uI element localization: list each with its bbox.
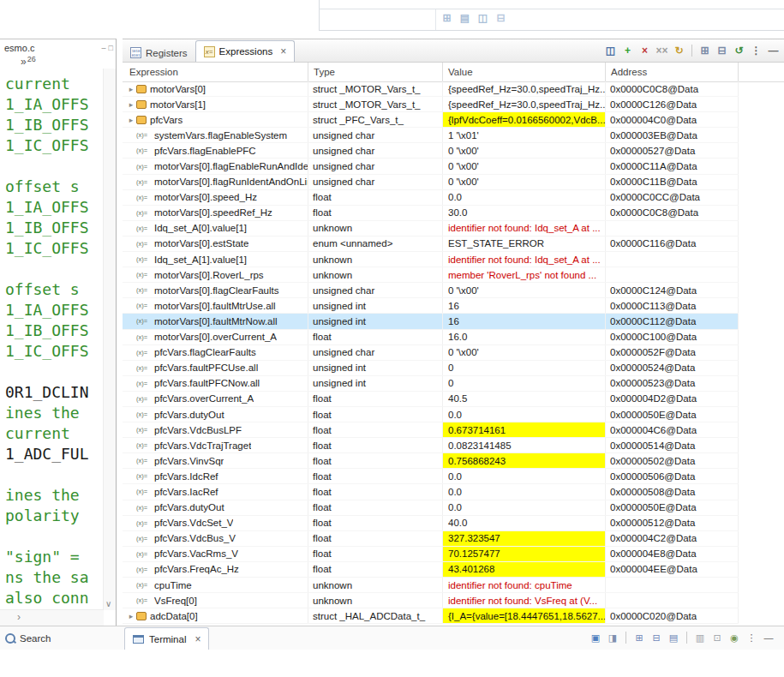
open-terminal-icon[interactable]: ⊞ (632, 631, 646, 644)
tab-expressions[interactable]: x= Expressions × (195, 40, 296, 62)
expression-row[interactable]: (x)=Idq_set_A[0].value[1]unknownidentifi… (123, 221, 739, 237)
expression-row[interactable]: (x)=motorVars[0].flagClearFaultsunsigned… (123, 283, 739, 298)
column-header-type[interactable]: Type (308, 63, 443, 81)
expression-cell: ▸pfcVars (123, 112, 308, 127)
scroll-down-icon[interactable]: ∨ (105, 599, 111, 608)
expression-row[interactable]: (x)=motorVars[0].speedRef_Hzfloat30.00x0… (123, 206, 739, 221)
expression-row[interactable]: (x)=motorVars[0].speed_Hzfloat0.00x0000C… (123, 190, 739, 206)
close-terminal-icon[interactable]: × (195, 633, 200, 645)
scroll-right-icon[interactable]: › (17, 611, 21, 623)
column-header-address[interactable]: Address (606, 63, 739, 81)
expression-row[interactable]: (x)=motorVars[0].overCurrent_Afloat16.00… (123, 330, 739, 345)
expression-row[interactable]: (x)=motorVars[0].flagRunIdentAndOnLineun… (123, 175, 739, 190)
value-cell: 0 '\x00' (443, 159, 606, 173)
grid-icon[interactable]: ▤ (667, 631, 680, 644)
tab-esmo-c[interactable]: esmo.c (4, 43, 34, 53)
expression-row[interactable]: (x)=systemVars.flagEnableSystemunsigned … (123, 128, 739, 143)
expression-row[interactable]: (x)=pfcVars.FreqAc_Hzfloat43.4012680x000… (123, 562, 739, 578)
expression-label: motorVars[0].speed_Hz (154, 192, 257, 202)
expression-row[interactable]: (x)=cpuTimeunknownidentifier not found: … (123, 578, 739, 593)
expression-row[interactable]: (x)=pfcVars.IdcReffloat0.00x00000506@Dat… (123, 469, 739, 484)
tab-overflow-indicator[interactable]: » 26 (0, 55, 116, 69)
tab-search[interactable]: Search (0, 626, 117, 650)
toolbar-icon[interactable]: ⊞ (440, 11, 453, 24)
expression-row[interactable]: ▸motorVars[1]struct _MOTOR_Vars_t_{speed… (123, 97, 739, 112)
expression-row[interactable]: (x)=pfcVars.overCurrent_Afloat40.50x0000… (123, 392, 739, 407)
expand-arrow-icon[interactable]: ▸ (126, 612, 136, 620)
expression-cell: ▸motorVars[0] (123, 81, 308, 96)
expand-arrow-icon[interactable]: ▸ (126, 100, 136, 109)
expression-row[interactable]: (x)=motorVars[0].RoverL_rpsunknownmember… (123, 267, 739, 283)
remove-all-icon[interactable]: ×× (655, 43, 669, 57)
search-icon (5, 633, 15, 644)
close-tab-icon[interactable]: × (280, 45, 286, 57)
expand-arrow-icon[interactable]: ▸ (126, 116, 136, 124)
expression-row[interactable]: (x)=pfcVars.VdcBusLPFfloat0.6737141610x0… (123, 422, 739, 438)
tab-terminal[interactable]: Terminal × (124, 627, 209, 650)
layout-icon[interactable]: ◫ (603, 43, 618, 57)
expression-row[interactable]: (x)=pfcVars.VdcTrajTragetfloat0.08231414… (123, 438, 739, 453)
remove-expression-icon[interactable]: × (637, 43, 652, 57)
address-cell: 0x000004E8@Data (606, 547, 739, 561)
column-header-expression[interactable]: Expression (123, 63, 308, 81)
pin-console-icon[interactable]: ◉ (727, 631, 741, 644)
column-header-value[interactable]: Value (443, 63, 606, 81)
expression-row[interactable]: (x)=pfcVars.VacRms_Vfloat70.12574770x000… (123, 547, 739, 562)
tab-registers[interactable]: 1010 0101 Registers (123, 44, 195, 62)
type-cell: unsigned int (308, 298, 443, 313)
code-line: ines the (5, 485, 104, 506)
expression-row[interactable]: (x)=pfcVars.dutyOutfloat0.00x0000050E@Da… (123, 407, 739, 422)
toolbar-icon[interactable]: ◫ (476, 11, 489, 24)
expression-cell: (x)=pfcVars.VacRms_V (123, 547, 308, 561)
minimize-icon[interactable]: – (102, 44, 106, 52)
expression-row[interactable]: (x)=pfcVars.IacReffloat0.00x00000508@Dat… (123, 484, 739, 500)
expression-label: motorVars[0].faultMtrNow.all (154, 316, 278, 327)
expression-row[interactable]: ▸pfcVarsstruct _PFC_Vars_t_{lpfVdcCoeff=… (123, 112, 739, 128)
view-menu-icon[interactable]: ⋮ (749, 43, 763, 57)
code-editor[interactable]: current1_IA_OFFS1_IB_OFFS1_IC_OFFSoffset… (0, 69, 104, 610)
expression-row[interactable]: (x)=pfcVars.flagEnablePFCunsigned char0 … (123, 143, 739, 159)
expression-row[interactable]: (x)=pfcVars.VdcBus_Vfloat327.3235470x000… (123, 531, 739, 547)
clear-console-icon[interactable]: ▥ (693, 631, 707, 644)
expression-row[interactable]: (x)=Idq_set_A[1].value[1]unknownidentifi… (123, 252, 739, 267)
address-cell: 0x000004D2@Data (606, 392, 739, 406)
view-window-buttons: – □ (102, 44, 113, 52)
import-expressions-icon[interactable]: ⊞ (697, 43, 712, 57)
address-cell: 0x0000C116@Data (606, 237, 739, 251)
editor-vertical-scrollbar[interactable]: ∨ (103, 69, 116, 610)
add-expression-icon[interactable]: + (620, 43, 635, 57)
view-menu-icon[interactable]: ⋮ (745, 631, 758, 644)
expression-row[interactable]: (x)=pfcVars.flagClearFaultsunsigned char… (123, 345, 739, 361)
export-expressions-icon[interactable]: ⊟ (715, 43, 729, 57)
variable-icon: (x)= (136, 441, 153, 449)
expression-row[interactable]: ▸motorVars[0]struct _MOTOR_Vars_t_{speed… (123, 81, 739, 97)
expression-row[interactable]: (x)=pfcVars.VdcSet_Vfloat40.00x00000512@… (123, 516, 739, 531)
expression-row[interactable]: (x)=motorVars[0].faultMtrNow.allunsigned… (123, 314, 739, 329)
expression-row[interactable]: (x)=motorVars[0].estStateenum <unnamed>E… (123, 237, 739, 252)
toolbar-icon[interactable]: ⊟ (494, 11, 507, 24)
type-cell: unknown (308, 252, 443, 267)
value-cell: 0.673714161 (443, 422, 606, 437)
maximize-icon[interactable]: □ (109, 44, 113, 52)
expression-row[interactable]: (x)=motorVars[0].faultMtrUse.allunsigned… (123, 298, 739, 314)
save-output-icon[interactable]: ⊟ (649, 631, 663, 644)
expression-row[interactable]: (x)=pfcVars.VinvSqrfloat0.7568682430x000… (123, 453, 739, 469)
display-selected-console-icon[interactable]: ◨ (606, 631, 619, 644)
expression-row[interactable]: (x)=VsFreq[0]unknownidentifier not found… (123, 593, 739, 608)
expand-arrow-icon[interactable]: ▸ (126, 85, 136, 93)
expression-row[interactable]: (x)=pfcVars.dutyOutfloat0.00x0000050E@Da… (123, 500, 739, 516)
editor-horizontal-scrollbar[interactable]: › (0, 609, 104, 626)
code-line: offset s (5, 177, 104, 197)
minimize-icon[interactable]: — (766, 43, 781, 57)
toolbar-icon[interactable]: ▤ (458, 11, 471, 24)
expression-cell: (x)=VsFreq[0] (123, 593, 308, 608)
reload-icon[interactable]: ↺ (732, 43, 746, 57)
expression-row[interactable]: (x)=pfcVars.faultPFCNow.allunsigned int0… (123, 376, 739, 392)
minimize-icon[interactable]: — (762, 631, 775, 644)
expression-row[interactable]: (x)=pfcVars.faultPFCUse.allunsigned int0… (123, 361, 739, 376)
open-console-icon[interactable]: ▣ (589, 631, 602, 644)
scroll-lock-icon[interactable]: ⊡ (710, 631, 724, 644)
expression-row[interactable]: (x)=motorVars[0].flagEnableRunAndIdentif… (123, 159, 739, 174)
expression-row[interactable]: ▸adcData[0]struct _HAL_ADCData_t_{I_A={v… (123, 608, 739, 624)
refresh-values-icon[interactable]: ↻ (672, 43, 686, 57)
